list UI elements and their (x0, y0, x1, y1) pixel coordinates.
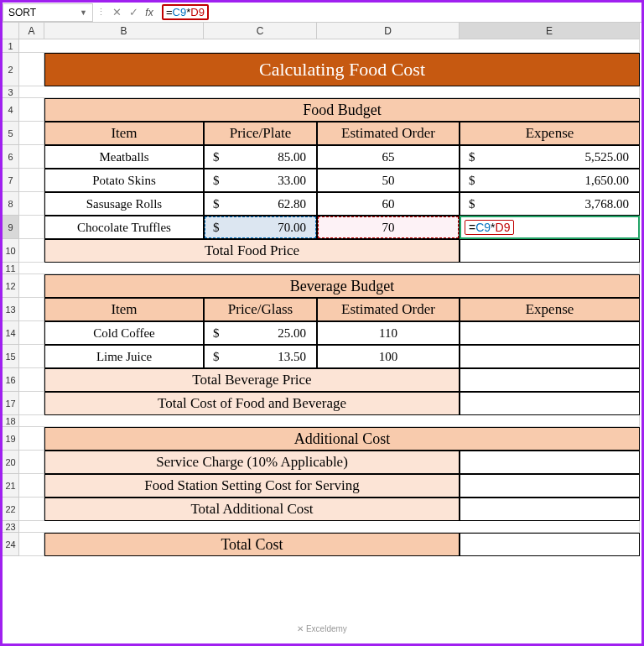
col-expense[interactable]: Expense (460, 122, 640, 145)
item-cell[interactable]: Cold Coffee (44, 321, 204, 345)
cell[interactable] (460, 321, 640, 345)
cell[interactable] (19, 274, 44, 298)
cell[interactable] (19, 345, 44, 368)
name-box[interactable]: SORT▼ (3, 3, 93, 22)
cell[interactable] (460, 474, 640, 498)
col-header-b[interactable]: B (44, 23, 204, 39)
fx-icon[interactable]: fx (142, 7, 157, 18)
row-header[interactable]: 4 (3, 98, 19, 122)
row-header[interactable]: 8 (3, 192, 19, 216)
active-cell-e9[interactable]: =C9*D9 (460, 216, 640, 239)
title-cell[interactable]: Calculating Food Cost (44, 53, 640, 86)
row-header[interactable]: 2 (3, 53, 19, 86)
cell[interactable] (19, 145, 44, 169)
section-header[interactable]: Food Budget (44, 98, 640, 122)
col-order[interactable]: Estimated Order (317, 122, 460, 145)
item-cell[interactable]: Lime Juice (44, 345, 204, 368)
station-cost[interactable]: Food Station Setting Cost for Serving (44, 474, 460, 498)
cell[interactable] (19, 368, 44, 392)
row-header[interactable]: 10 (3, 239, 19, 263)
item-cell[interactable]: Sasusage Rolls (44, 192, 204, 216)
expense-cell[interactable]: $5,525.00 (460, 145, 640, 169)
col-header-d[interactable]: D (317, 23, 460, 39)
order-cell[interactable]: 110 (317, 321, 460, 345)
row-header[interactable]: 11 (3, 263, 19, 274)
price-cell[interactable]: $33.00 (204, 169, 317, 192)
dropdown-icon[interactable]: ▼ (80, 8, 87, 17)
order-cell[interactable]: 100 (317, 345, 460, 368)
col-header-e[interactable]: E (460, 23, 640, 39)
cell[interactable] (19, 474, 44, 498)
cell[interactable] (19, 533, 44, 556)
row-header[interactable]: 5 (3, 122, 19, 145)
cell[interactable] (460, 451, 640, 474)
row-header[interactable]: 7 (3, 169, 19, 192)
row-header[interactable]: 23 (3, 521, 19, 533)
total-additional[interactable]: Total Additional Cost (44, 498, 460, 521)
service-charge[interactable]: Service Charge (10% Applicable) (44, 451, 460, 474)
cell[interactable] (19, 451, 44, 474)
row-header[interactable]: 6 (3, 145, 19, 169)
cell[interactable] (19, 321, 44, 345)
price-cell[interactable]: $25.00 (204, 321, 317, 345)
order-cell[interactable]: 65 (317, 145, 460, 169)
row-header[interactable]: 9 (3, 216, 19, 239)
row-header[interactable]: 22 (3, 498, 19, 521)
expense-cell[interactable]: $1,650.00 (460, 169, 640, 192)
total-all[interactable]: Total Cost of Food and Beverage (44, 392, 460, 415)
row-header[interactable]: 17 (3, 392, 19, 415)
cancel-icon[interactable]: ✕ (108, 6, 125, 18)
cell[interactable] (19, 169, 44, 192)
section-header[interactable]: Beverage Budget (44, 274, 640, 298)
cell[interactable] (19, 427, 44, 451)
col-price[interactable]: Price/Glass (204, 298, 317, 321)
price-cell-c9[interactable]: $70.00 (204, 216, 317, 239)
col-order[interactable]: Estimated Order (317, 298, 460, 321)
item-cell[interactable]: Chocolate Truffles (44, 216, 204, 239)
cell[interactable] (460, 368, 640, 392)
row-header[interactable]: 1 (3, 39, 19, 53)
row-header[interactable]: 14 (3, 321, 19, 345)
cell[interactable] (19, 415, 640, 427)
price-cell[interactable]: $62.80 (204, 192, 317, 216)
row-header[interactable]: 21 (3, 474, 19, 498)
cell[interactable] (19, 392, 44, 415)
section-header[interactable]: Additional Cost (44, 427, 640, 451)
col-item[interactable]: Item (44, 298, 204, 321)
row-header[interactable]: 19 (3, 427, 19, 451)
col-expense[interactable]: Expense (460, 298, 640, 321)
row-header[interactable]: 18 (3, 415, 19, 427)
cell[interactable] (19, 521, 640, 533)
order-cell[interactable]: 60 (317, 192, 460, 216)
cell[interactable] (19, 298, 44, 321)
cell[interactable] (19, 498, 44, 521)
col-header-a[interactable]: A (19, 23, 44, 39)
cell[interactable] (19, 192, 44, 216)
cell[interactable] (460, 239, 640, 263)
expense-cell[interactable]: $3,768.00 (460, 192, 640, 216)
col-header-c[interactable]: C (204, 23, 317, 39)
price-cell[interactable]: $13.50 (204, 345, 317, 368)
order-cell-d9[interactable]: 70 (317, 216, 460, 239)
cell[interactable] (460, 498, 640, 521)
col-item[interactable]: Item (44, 122, 204, 145)
total-food[interactable]: Total Food Price (44, 239, 460, 263)
cell[interactable] (19, 53, 44, 86)
total-cost[interactable]: Total Cost (44, 533, 460, 556)
cell[interactable] (19, 98, 44, 122)
row-header[interactable]: 24 (3, 533, 19, 556)
row-header[interactable]: 16 (3, 368, 19, 392)
cell[interactable] (19, 122, 44, 145)
cell[interactable] (19, 39, 640, 53)
select-all-corner[interactable] (3, 23, 19, 39)
total-bev[interactable]: Total Beverage Price (44, 368, 460, 392)
cell[interactable] (460, 392, 640, 415)
col-price[interactable]: Price/Plate (204, 122, 317, 145)
cell[interactable] (460, 345, 640, 368)
row-header[interactable]: 15 (3, 345, 19, 368)
cell[interactable] (19, 263, 640, 274)
order-cell[interactable]: 50 (317, 169, 460, 192)
cell[interactable] (460, 533, 640, 556)
item-cell[interactable]: Potato Skins (44, 169, 204, 192)
cell[interactable] (19, 216, 44, 239)
